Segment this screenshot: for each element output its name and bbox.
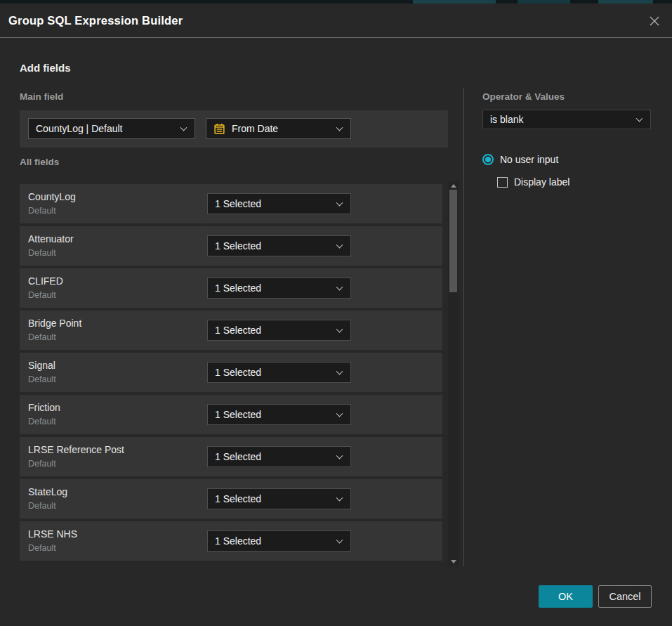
chevron-down-icon	[336, 368, 343, 375]
field-selection-dropdown[interactable]: 1 Selected	[207, 193, 351, 214]
field-name: Signal	[28, 360, 55, 371]
main-field-field-dropdown[interactable]: From Date	[206, 118, 351, 139]
main-field-panel: CountyLog | Default From Date	[20, 110, 448, 148]
field-subtitle: Default	[28, 332, 56, 342]
cancel-button[interactable]: Cancel	[598, 585, 652, 608]
field-selection-dropdown[interactable]: 1 Selected	[207, 446, 351, 467]
close-icon[interactable]	[645, 12, 664, 30]
field-name: LRSE NHS	[28, 528, 77, 540]
field-row: LRSE NHS Default 1 Selected	[20, 521, 442, 561]
field-subtitle: Default	[28, 374, 56, 384]
display-label-label: Display label	[514, 176, 569, 188]
field-subtitle: Default	[28, 501, 56, 511]
field-selection-dropdown[interactable]: 1 Selected	[207, 530, 351, 552]
field-subtitle: Default	[28, 459, 56, 469]
chevron-down-icon	[636, 115, 643, 122]
operator-dropdown[interactable]: is blank	[482, 110, 651, 129]
field-row: CLIFED Default 1 Selected	[20, 268, 442, 308]
operator-value: is blank	[490, 114, 523, 125]
field-name: LRSE Reference Post	[28, 444, 124, 455]
chevron-down-icon	[336, 326, 343, 333]
field-selection-value: 1 Selected	[215, 493, 261, 504]
field-row: CountyLog Default 1 Selected	[20, 184, 442, 223]
field-selection-value: 1 Selected	[215, 409, 261, 420]
no-user-input-radio[interactable]: No user input	[482, 154, 558, 165]
screen: Group SQL Expression Builder Add fields …	[0, 0, 672, 626]
scroll-down-icon[interactable]	[451, 560, 456, 563]
chevron-down-icon	[336, 284, 343, 291]
no-user-input-label: No user input	[500, 154, 558, 165]
field-selection-dropdown[interactable]: 1 Selected	[207, 235, 351, 256]
chevron-down-icon	[336, 242, 343, 249]
all-fields-label: All fields	[20, 157, 59, 167]
scrollbar[interactable]	[448, 181, 459, 566]
chevron-down-icon	[336, 452, 343, 459]
radio-icon	[482, 154, 494, 165]
field-name: StateLog	[28, 486, 67, 497]
field-name: CountyLog	[28, 191, 76, 202]
field-row: LRSE Reference Post Default 1 Selected	[20, 437, 442, 476]
field-subtitle: Default	[28, 290, 56, 300]
field-selection-dropdown[interactable]: 1 Selected	[207, 488, 351, 509]
calendar-date-icon	[213, 123, 225, 135]
main-field-label: Main field	[20, 91, 63, 102]
display-label-checkbox[interactable]: Display label	[497, 176, 569, 188]
main-field-field-value: From Date	[232, 123, 278, 134]
field-subtitle: Default	[28, 543, 56, 553]
chevron-down-icon	[336, 537, 343, 544]
field-row: Signal Default 1 Selected	[20, 353, 442, 392]
field-selection-value: 1 Selected	[215, 367, 261, 378]
field-selection-value: 1 Selected	[215, 198, 261, 209]
field-name: Bridge Point	[28, 318, 81, 329]
field-selection-value: 1 Selected	[215, 240, 261, 252]
chevron-down-icon	[180, 124, 187, 131]
field-selection-value: 1 Selected	[215, 282, 261, 294]
field-subtitle: Default	[28, 206, 56, 216]
field-selection-value: 1 Selected	[215, 535, 261, 547]
dialog-header: Group SQL Expression Builder	[0, 4, 672, 38]
all-fields-list: CountyLog Default 1 Selected Attenuator …	[20, 184, 442, 563]
dialog-title: Group SQL Expression Builder	[8, 4, 183, 38]
field-name: CLIFED	[28, 275, 63, 287]
chevron-down-icon	[336, 200, 343, 207]
add-fields-heading: Add fields	[20, 62, 71, 74]
panel-divider	[463, 88, 464, 566]
field-row: StateLog Default 1 Selected	[20, 479, 442, 519]
chevron-down-icon	[336, 495, 343, 502]
field-selection-value: 1 Selected	[215, 325, 261, 336]
chevron-down-icon	[336, 410, 343, 417]
field-selection-value: 1 Selected	[215, 451, 261, 462]
field-selection-dropdown[interactable]: 1 Selected	[207, 404, 351, 425]
checkbox-icon	[497, 177, 508, 188]
scrollbar-thumb[interactable]	[449, 190, 457, 292]
group-sql-expression-builder-dialog: Group SQL Expression Builder Add fields …	[0, 4, 672, 626]
field-selection-dropdown[interactable]: 1 Selected	[207, 320, 351, 341]
field-row: Bridge Point Default 1 Selected	[20, 311, 442, 350]
scroll-up-icon[interactable]	[451, 184, 456, 188]
main-field-layer-dropdown[interactable]: CountyLog | Default	[28, 118, 195, 139]
field-row: Friction Default 1 Selected	[20, 395, 442, 434]
chevron-down-icon	[336, 124, 343, 131]
field-subtitle: Default	[28, 417, 56, 426]
field-selection-dropdown[interactable]: 1 Selected	[207, 278, 351, 299]
operator-values-label: Operator & Values	[482, 91, 565, 102]
field-row: Attenuator Default 1 Selected	[20, 226, 442, 266]
field-subtitle: Default	[28, 248, 56, 258]
field-name: Friction	[28, 402, 60, 413]
field-name: Attenuator	[28, 233, 74, 244]
main-field-layer-value: CountyLog | Default	[36, 123, 123, 134]
field-selection-dropdown[interactable]: 1 Selected	[207, 362, 351, 383]
ok-button[interactable]: OK	[539, 585, 593, 608]
